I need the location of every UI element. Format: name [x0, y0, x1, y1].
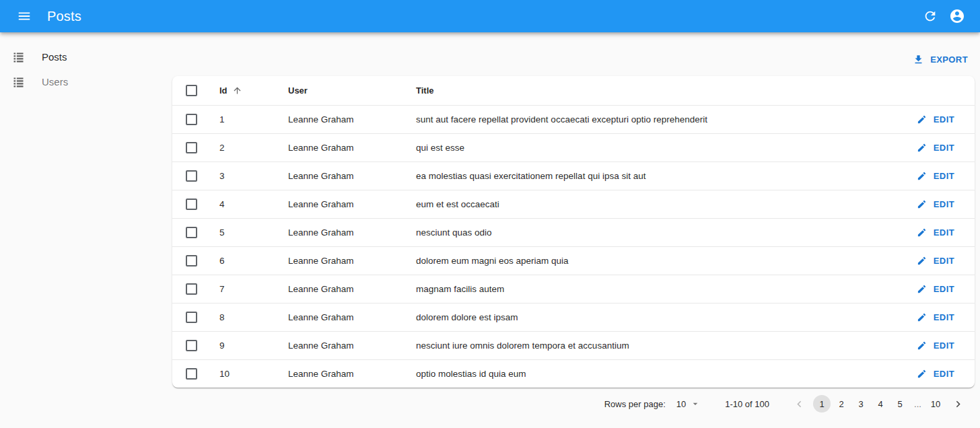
sidebar-item-users[interactable]: Users — [0, 69, 162, 94]
table-row: 9 Leanne Graham nesciunt iure omnis dolo… — [172, 331, 975, 359]
app-bar: Posts — [0, 0, 980, 32]
cell-id: 10 — [210, 359, 279, 388]
pencil-icon — [917, 143, 934, 153]
cell-user: Leanne Graham — [279, 275, 407, 303]
refresh-button[interactable] — [917, 3, 944, 30]
table-row: 3 Leanne Graham ea molestias quasi exerc… — [172, 162, 975, 190]
page-button-1[interactable]: 1 — [813, 395, 831, 413]
column-header-id[interactable]: Id — [210, 76, 279, 105]
cell-title: qui est esse — [407, 133, 886, 162]
cell-id: 6 — [210, 246, 279, 275]
cell-title: sunt aut facere repellat provident occae… — [407, 105, 886, 133]
export-button[interactable]: EXPORT — [906, 50, 975, 69]
next-page-button[interactable] — [950, 395, 967, 413]
row-checkbox[interactable] — [186, 340, 197, 351]
edit-button-label: EDIT — [934, 256, 954, 266]
page-ellipsis: ... — [910, 399, 926, 409]
edit-button[interactable]: EDIT — [911, 310, 960, 325]
table-row: 7 Leanne Graham magnam facilis autem EDI… — [172, 275, 975, 303]
edit-button[interactable]: EDIT — [911, 168, 960, 184]
page-button-3[interactable]: 3 — [852, 395, 870, 413]
sort-ascending-icon — [232, 85, 242, 96]
cell-user: Leanne Graham — [279, 190, 407, 218]
table-row: 1 Leanne Graham sunt aut facere repellat… — [172, 105, 975, 133]
profile-button[interactable] — [944, 3, 971, 30]
chevron-right-icon — [952, 398, 965, 411]
column-header-actions — [886, 76, 975, 105]
edit-button[interactable]: EDIT — [911, 197, 960, 212]
view-list-icon — [11, 50, 26, 64]
edit-button[interactable]: EDIT — [911, 338, 960, 353]
page-button-10[interactable]: 10 — [927, 395, 944, 413]
row-checkbox[interactable] — [186, 142, 197, 153]
cell-id: 5 — [210, 218, 279, 246]
pencil-icon — [917, 256, 934, 266]
edit-button[interactable]: EDIT — [911, 225, 960, 240]
edit-button[interactable]: EDIT — [911, 281, 960, 297]
rows-per-page-select[interactable]: 10 — [676, 398, 701, 409]
cell-user: Leanne Graham — [279, 331, 407, 359]
pagination-bar: Rows per page: 10 1-10 of 100 12345...10 — [172, 388, 975, 420]
rows-per-page-label: Rows per page: — [604, 399, 666, 409]
row-checkbox[interactable] — [186, 368, 197, 380]
sidebar-item-posts[interactable]: Posts — [0, 44, 162, 69]
pencil-icon — [917, 284, 934, 294]
sidebar-item-label: Posts — [42, 51, 67, 63]
select-all-checkbox[interactable] — [186, 85, 197, 96]
row-checkbox[interactable] — [186, 114, 197, 125]
cell-title: magnam facilis autem — [407, 275, 886, 303]
sidebar-item-label: Users — [42, 76, 68, 87]
sidebar: Posts Users — [0, 32, 162, 428]
cell-id: 1 — [210, 105, 279, 133]
pencil-icon — [917, 369, 934, 379]
edit-button-label: EDIT — [934, 171, 954, 181]
cell-title: dolorem dolore est ipsam — [407, 303, 886, 331]
page-title: Posts — [47, 9, 81, 24]
edit-button-label: EDIT — [934, 341, 954, 351]
cell-title: dolorem eum magni eos aperiam quia — [407, 246, 886, 275]
pagination-range: 1-10 of 100 — [725, 399, 769, 409]
column-header-id-label: Id — [219, 85, 228, 96]
table-row: 4 Leanne Graham eum et est occaecati EDI… — [172, 190, 975, 218]
row-checkbox[interactable] — [186, 199, 197, 210]
cell-id: 8 — [210, 303, 279, 331]
pencil-icon — [917, 199, 934, 209]
column-header-user[interactable]: User — [279, 76, 407, 105]
cell-user: Leanne Graham — [279, 303, 407, 331]
cell-title: nesciunt iure omnis dolorem tempora et a… — [407, 331, 886, 359]
cell-user: Leanne Graham — [279, 359, 407, 388]
column-header-title[interactable]: Title — [407, 76, 886, 105]
table-row: 10 Leanne Graham optio molestias id quia… — [172, 359, 975, 388]
previous-page-button[interactable] — [791, 395, 808, 413]
main-content: EXPORT Id — [162, 32, 980, 428]
pencil-icon — [917, 341, 934, 351]
cell-id: 3 — [210, 162, 279, 190]
cell-user: Leanne Graham — [279, 246, 407, 275]
row-checkbox[interactable] — [186, 312, 197, 323]
edit-button-label: EDIT — [934, 114, 954, 124]
row-checkbox[interactable] — [186, 283, 197, 295]
page-button-4[interactable]: 4 — [872, 395, 889, 413]
cell-title: ea molestias quasi exercitationem repell… — [407, 162, 886, 190]
page-button-2[interactable]: 2 — [833, 395, 850, 413]
cell-id: 2 — [210, 133, 279, 162]
row-checkbox[interactable] — [186, 227, 197, 238]
download-icon — [913, 54, 930, 65]
edit-button[interactable]: EDIT — [911, 253, 960, 269]
page-navigation: 12345...10 — [790, 395, 968, 413]
edit-button[interactable]: EDIT — [911, 366, 960, 382]
row-checkbox[interactable] — [186, 170, 197, 182]
table-row: 2 Leanne Graham qui est esse EDIT — [172, 133, 975, 162]
cell-title: nesciunt quas odio — [407, 218, 886, 246]
cell-title: eum et est occaecati — [407, 190, 886, 218]
view-list-icon — [11, 75, 26, 89]
menu-button[interactable] — [11, 3, 38, 30]
cell-user: Leanne Graham — [279, 218, 407, 246]
page-button-5[interactable]: 5 — [891, 395, 909, 413]
row-checkbox[interactable] — [186, 255, 197, 266]
pencil-icon — [917, 171, 934, 181]
edit-button[interactable]: EDIT — [911, 140, 960, 155]
edit-button[interactable]: EDIT — [911, 112, 960, 127]
table-header-row: Id User Title — [172, 76, 975, 105]
table-row: 6 Leanne Graham dolorem eum magni eos ap… — [172, 246, 975, 275]
